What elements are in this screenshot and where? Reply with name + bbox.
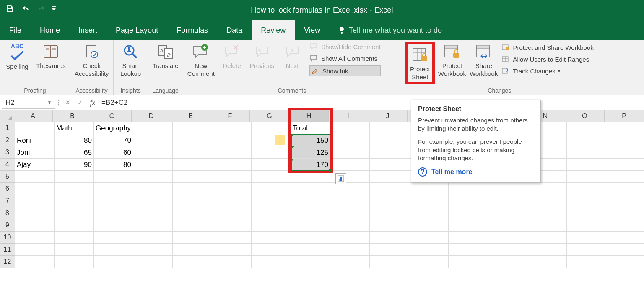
select-all-button[interactable] — [0, 110, 13, 122]
row-header-6[interactable]: 6 — [0, 183, 15, 195]
cell-B2[interactable]: 80 — [55, 134, 94, 146]
cell-I8[interactable] — [330, 207, 370, 219]
show-hide-comment-button[interactable]: Show/Hide Comment — [309, 42, 381, 51]
cell-G5[interactable] — [252, 171, 291, 183]
cell-D5[interactable] — [133, 171, 173, 183]
cell-O1[interactable] — [567, 122, 606, 134]
cell-A11[interactable] — [15, 244, 55, 256]
cell-E7[interactable] — [173, 195, 212, 207]
tab-formulas[interactable]: Formulas — [167, 20, 217, 40]
check-accessibility-button[interactable]: Check Accessibility — [75, 42, 109, 78]
cell-B9[interactable] — [55, 219, 94, 232]
cell-J10[interactable] — [370, 232, 409, 244]
protect-sheet-button[interactable]: Protect Sheet — [409, 45, 431, 81]
cell-P5[interactable] — [606, 171, 644, 183]
cell-B10[interactable] — [55, 232, 94, 244]
cell-C5[interactable] — [94, 171, 133, 183]
cell-H5[interactable] — [291, 171, 330, 183]
cell-J9[interactable] — [370, 219, 409, 232]
enter-icon[interactable]: ✓ — [74, 99, 86, 107]
row-header-4[interactable]: 4 — [0, 159, 15, 171]
row-header-2[interactable]: 2 — [0, 134, 15, 146]
cell-F4[interactable] — [212, 159, 252, 171]
cell-O8[interactable] — [567, 207, 606, 219]
cell-L8[interactable] — [449, 207, 488, 219]
cell-C3[interactable]: 60 — [94, 146, 133, 159]
cell-K6[interactable] — [409, 183, 449, 195]
cell-G8[interactable] — [252, 207, 291, 219]
cell-K11[interactable] — [409, 244, 449, 256]
column-header-J[interactable]: J — [368, 110, 408, 122]
cell-I10[interactable] — [330, 232, 370, 244]
cell-G11[interactable] — [252, 244, 291, 256]
cell-C1[interactable]: Geography — [94, 122, 133, 134]
row-header-10[interactable]: 10 — [0, 232, 15, 244]
cell-J2[interactable] — [370, 134, 409, 146]
row-header-9[interactable]: 9 — [0, 219, 15, 232]
cell-I6[interactable] — [330, 183, 370, 195]
cell-C10[interactable] — [94, 232, 133, 244]
cell-H11[interactable] — [291, 244, 330, 256]
tell-me-more-link[interactable]: ? Tell me more — [418, 167, 534, 177]
tab-page-layout[interactable]: Page Layout — [106, 20, 167, 40]
undo-icon[interactable] — [18, 2, 33, 16]
cell-G7[interactable] — [252, 195, 291, 207]
cell-H4[interactable]: 170 — [291, 159, 330, 171]
cell-D9[interactable] — [133, 219, 173, 232]
cell-E2[interactable] — [173, 134, 212, 146]
cell-J7[interactable] — [370, 195, 409, 207]
chevron-down-icon[interactable]: ▼ — [47, 100, 52, 105]
cell-A3[interactable]: Joni — [15, 146, 55, 159]
translate-button[interactable]: aあ Translate — [153, 42, 179, 69]
cell-K8[interactable] — [409, 207, 449, 219]
save-icon[interactable] — [3, 2, 17, 16]
cancel-icon[interactable]: ✕ — [61, 99, 74, 107]
cell-J5[interactable] — [370, 171, 409, 183]
delete-comment-button[interactable]: Delete — [219, 42, 245, 69]
cell-O4[interactable] — [567, 159, 606, 171]
cell-F11[interactable] — [212, 244, 252, 256]
cell-G6[interactable] — [252, 183, 291, 195]
cell-J4[interactable] — [370, 159, 409, 171]
column-header-E[interactable]: E — [171, 110, 210, 122]
cell-A10[interactable] — [15, 232, 55, 244]
column-header-D[interactable]: D — [132, 110, 171, 122]
protect-workbook-button[interactable]: Protect Workbook — [438, 42, 466, 78]
insert-function-button[interactable]: fx — [86, 99, 99, 107]
cell-E12[interactable] — [173, 256, 212, 268]
cell-I2[interactable] — [330, 134, 370, 146]
cell-E5[interactable] — [173, 171, 212, 183]
cell-C2[interactable]: 70 — [94, 134, 133, 146]
thesaurus-button[interactable]: Thesaurus — [36, 42, 66, 69]
cell-J1[interactable] — [370, 122, 409, 134]
cell-I4[interactable] — [330, 159, 370, 171]
cell-J3[interactable] — [370, 146, 409, 159]
cell-K9[interactable] — [409, 219, 449, 232]
protect-and-share-button[interactable]: Protect and Share Workbook — [501, 43, 593, 52]
cell-D3[interactable] — [133, 146, 173, 159]
cell-P8[interactable] — [606, 207, 644, 219]
cell-I12[interactable] — [330, 256, 370, 268]
cell-A1[interactable] — [15, 122, 55, 134]
cell-E3[interactable] — [173, 146, 212, 159]
cell-C12[interactable] — [94, 256, 133, 268]
cell-D11[interactable] — [133, 244, 173, 256]
cell-H8[interactable] — [291, 207, 330, 219]
cell-N6[interactable] — [527, 183, 567, 195]
row-header-11[interactable]: 11 — [0, 244, 15, 256]
cell-J11[interactable] — [370, 244, 409, 256]
cell-I9[interactable] — [330, 219, 370, 232]
cell-B1[interactable]: Math — [55, 122, 94, 134]
allow-edit-ranges-button[interactable]: Allow Users to Edit Ranges — [501, 55, 593, 64]
column-header-A[interactable]: A — [13, 110, 53, 122]
cell-B5[interactable] — [55, 171, 94, 183]
tab-view[interactable]: View — [295, 20, 330, 40]
cell-J8[interactable] — [370, 207, 409, 219]
cell-G3[interactable] — [252, 146, 291, 159]
cell-D12[interactable] — [133, 256, 173, 268]
cell-F9[interactable] — [212, 219, 252, 232]
cell-E11[interactable] — [173, 244, 212, 256]
cell-N7[interactable] — [527, 195, 567, 207]
cell-P1[interactable] — [606, 122, 644, 134]
tab-insert[interactable]: Insert — [69, 20, 106, 40]
